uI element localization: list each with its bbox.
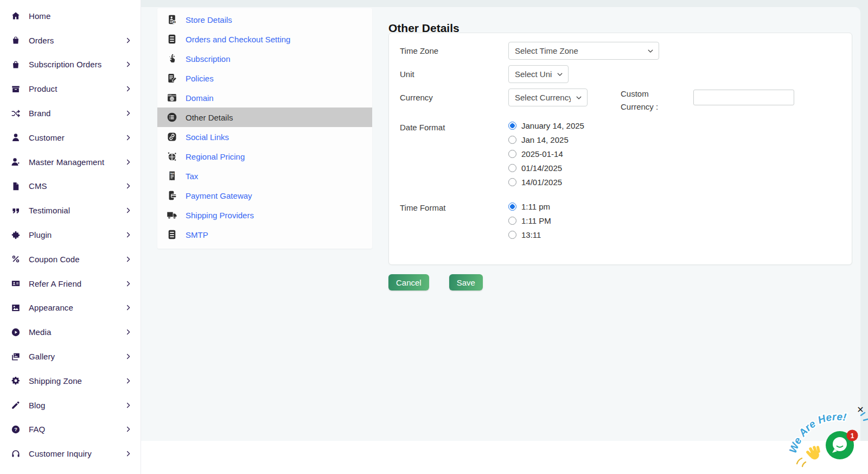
- time-format-radio[interactable]: [508, 203, 516, 211]
- time-format-radio[interactable]: [508, 217, 516, 225]
- wave-motion-lines: [797, 458, 806, 466]
- date-format-label: Date Format: [400, 123, 445, 132]
- settings-item-payment-gateway[interactable]: Payment Gateway: [157, 186, 372, 205]
- sidebar-item-gallery[interactable]: Gallery: [0, 344, 141, 369]
- settings-item-label: Domain: [186, 93, 214, 103]
- settings-item-label: Regional Pricing: [186, 152, 245, 161]
- chevron-right-icon: [125, 256, 132, 263]
- settings-item-subscription[interactable]: Subscription: [157, 49, 372, 68]
- sidebar-item-label: Testimonial: [29, 206, 125, 215]
- chevron-right-icon: [125, 304, 132, 311]
- radio-label: 1:11 PM: [521, 216, 551, 225]
- sidebar-item-coupon-code[interactable]: Coupon Code: [0, 247, 141, 271]
- chevron-right-icon: [125, 110, 132, 117]
- custom-currency-label: Custom Currency :: [621, 87, 680, 113]
- custom-currency-input[interactable]: [693, 90, 794, 105]
- document-pencil-icon: [166, 72, 178, 84]
- time-format-radio[interactable]: [508, 231, 516, 239]
- date-format-option: January 14, 2025: [508, 119, 584, 133]
- settings-item-domain[interactable]: Domain: [157, 88, 372, 108]
- time-zone-select[interactable]: Select Time Zone: [508, 42, 659, 60]
- bag-icon: [11, 60, 21, 69]
- sidebar-item-cms[interactable]: CMS: [0, 174, 141, 199]
- sidebar-item-label: Customer: [29, 133, 125, 142]
- quotes-icon: [11, 206, 21, 216]
- date-format-radio[interactable]: [508, 136, 516, 144]
- sidebar-item-label: Orders: [29, 36, 125, 45]
- unit-select-wrap: Select Unit: [508, 65, 569, 83]
- date-format-radio[interactable]: [508, 178, 516, 186]
- id-card-icon: [11, 279, 21, 288]
- sidebar-item-customer-inquiry[interactable]: Customer Inquiry: [0, 441, 141, 466]
- currency-select[interactable]: Select Currency: [508, 89, 588, 106]
- badge-count: 1: [851, 432, 854, 440]
- sidebar-item-plugin[interactable]: Plugin: [0, 223, 141, 247]
- sidebar-item-brand[interactable]: Brand: [0, 101, 141, 125]
- sidebar-item-product[interactable]: Product: [0, 77, 141, 101]
- chevron-right-icon: [125, 231, 132, 238]
- sidebar-item-testimonial[interactable]: Testimonial: [0, 198, 141, 223]
- chevron-right-icon: [125, 182, 132, 189]
- chat-close-icon[interactable]: ✕: [855, 405, 866, 415]
- settings-item-store-details[interactable]: Store Details: [157, 10, 372, 29]
- radio-label: 14/01/2025: [521, 178, 562, 187]
- settings-item-other-details[interactable]: Other Details: [157, 108, 372, 127]
- image-icon: [11, 303, 21, 313]
- sidebar-item-label: Blog: [29, 401, 125, 410]
- date-format-option: Jan 14, 2025: [508, 133, 584, 147]
- sidebar-item-blog[interactable]: Blog: [0, 393, 141, 418]
- settings-item-label: Policies: [186, 74, 214, 83]
- settings-item-policies[interactable]: Policies: [157, 68, 372, 88]
- form-actions: Cancel Save: [388, 274, 483, 290]
- document-lines-icon: [166, 33, 178, 45]
- sidebar-item-media[interactable]: Media: [0, 320, 141, 344]
- settings-item-label: Subscription: [186, 54, 231, 64]
- settings-item-label: Tax: [186, 172, 198, 181]
- play-circle-icon: [11, 327, 21, 337]
- date-format-radio[interactable]: [508, 122, 516, 130]
- sidebar-item-faq[interactable]: FAQ: [0, 418, 141, 442]
- bag-icon: [11, 35, 21, 45]
- person-gear-icon: [11, 157, 21, 167]
- chevron-right-icon: [125, 134, 132, 141]
- chevron-right-icon: [125, 450, 132, 457]
- other-details-card: Time Zone Select Time Zone Unit Select U…: [388, 33, 852, 265]
- tap-hand-icon: [166, 53, 178, 65]
- list-circle-icon: [166, 111, 178, 123]
- settings-item-label: Shipping Providers: [186, 211, 254, 220]
- settings-item-social-links[interactable]: Social Links: [157, 127, 372, 147]
- sidebar-item-label: Brand: [29, 109, 125, 118]
- date-format-option: 01/14/2025: [508, 161, 584, 175]
- sidebar-item-home[interactable]: Home: [0, 4, 141, 28]
- settings-item-regional-pricing[interactable]: Regional Pricing: [157, 147, 372, 166]
- sidebar-item-refer-a-friend[interactable]: Refer A Friend: [0, 271, 141, 296]
- chevron-right-icon: [125, 328, 132, 336]
- date-format-radio[interactable]: [508, 150, 516, 158]
- unread-badge: 1: [847, 430, 858, 441]
- unit-label: Unit: [400, 69, 414, 79]
- date-format-radio[interactable]: [508, 164, 516, 172]
- settings-item-label: Store Details: [186, 15, 232, 24]
- puzzle-icon: [11, 230, 21, 240]
- settings-item-smtp[interactable]: SMTP: [157, 225, 372, 244]
- globe-money-icon: [166, 150, 178, 162]
- headset-icon: [11, 449, 21, 459]
- sidebar-item-label: Customer Inquiry: [29, 449, 125, 458]
- sidebar-item-orders[interactable]: Orders: [0, 28, 141, 53]
- sidebar-item-shipping-zone[interactable]: Shipping Zone: [0, 369, 141, 393]
- settings-item-orders-checkout[interactable]: Orders and Checkout Setting: [157, 29, 372, 49]
- settings-item-label: Payment Gateway: [186, 191, 252, 200]
- save-button[interactable]: Save: [449, 274, 483, 290]
- sidebar-item-subscription-orders[interactable]: Subscription Orders: [0, 53, 141, 77]
- radio-label: Jan 14, 2025: [521, 135, 569, 144]
- unit-select[interactable]: Select Unit: [508, 65, 569, 83]
- cancel-button[interactable]: Cancel: [388, 274, 429, 290]
- settings-item-shipping-providers[interactable]: Shipping Providers: [157, 205, 372, 225]
- sidebar-item-master-management[interactable]: Master Management: [0, 150, 141, 174]
- settings-item-label: Orders and Checkout Setting: [186, 35, 290, 44]
- settings-item-tax[interactable]: Tax: [157, 166, 372, 186]
- sidebar-item-customer[interactable]: Customer: [0, 125, 141, 150]
- sidebar-item-appearance[interactable]: Appearance: [0, 296, 141, 320]
- time-format-label: Time Format: [400, 203, 445, 212]
- sidebar-item-label: FAQ: [29, 425, 125, 434]
